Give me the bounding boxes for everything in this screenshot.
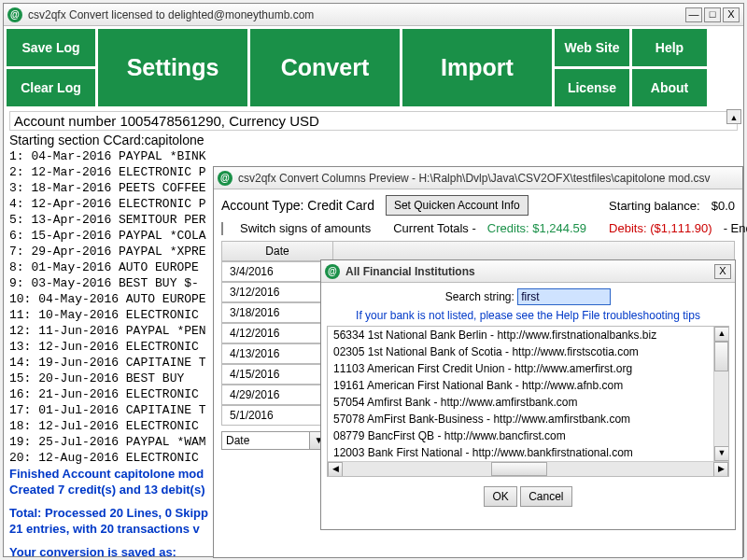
preview-title: csv2qfx Convert Columns Preview - H:\Ral… — [238, 172, 739, 185]
debits-value: Debits: ($1,111.90) — [609, 221, 712, 235]
credits-value: Credits: $1,244.59 — [487, 221, 586, 235]
scroll-down-icon[interactable]: ▼ — [714, 446, 729, 461]
main-toolbar: Save Log Clear Log Settings Convert Impo… — [4, 26, 743, 109]
maximize-button[interactable]: □ — [704, 7, 721, 22]
date-header[interactable]: Date — [221, 241, 333, 261]
save-log-button[interactable]: Save Log — [7, 29, 95, 66]
main-titlebar: @ csv2qfx Convert licensed to delighted@… — [4, 4, 743, 26]
fi-hint[interactable]: If your bank is not listed, please see t… — [327, 309, 729, 322]
search-label: Search string: — [445, 290, 514, 303]
date-cell[interactable]: 4/12/2016 — [221, 323, 333, 343]
web-site-button[interactable]: Web Site — [555, 29, 629, 66]
current-totals-label: Current Totals - — [393, 221, 476, 235]
main-title: csv2qfx Convert licensed to delighted@mo… — [28, 8, 684, 21]
date-cell[interactable]: 5/1/2016 — [221, 405, 333, 426]
about-button[interactable]: About — [632, 69, 707, 106]
close-button[interactable]: X — [723, 7, 740, 22]
account-line: Account number 1005478561290, Currency U… — [9, 111, 738, 131]
date-cell[interactable]: 4/15/2016 — [221, 364, 333, 385]
fi-item[interactable]: 57078 AmFirst Bank-Business - http://www… — [328, 411, 728, 427]
ending-label: - Ending ba — [724, 221, 747, 235]
scroll-up-icon[interactable]: ▲ — [714, 327, 729, 342]
preview-titlebar: @ csv2qfx Convert Columns Preview - H:\R… — [214, 167, 742, 189]
fi-item[interactable]: 19161 American First National Bank - htt… — [328, 377, 728, 394]
ok-button[interactable]: OK — [484, 486, 516, 507]
fi-dialog: @ All Financial Institutions X Search st… — [320, 259, 736, 530]
fi-item[interactable]: 11103 American First Credit Union - http… — [328, 360, 728, 377]
fi-item[interactable]: 12003 Bank First National - http://www.b… — [328, 444, 728, 461]
scroll-right-icon[interactable]: ▶ — [713, 462, 728, 477]
switch-signs-label: Switch signs of amounts — [240, 221, 371, 235]
fi-item[interactable]: 56334 1st National Bank Berlin - http://… — [328, 327, 728, 343]
app-icon: @ — [325, 264, 340, 279]
fi-close-button[interactable]: X — [714, 264, 731, 279]
cancel-button[interactable]: Cancel — [520, 486, 571, 507]
license-button[interactable]: License — [555, 69, 629, 106]
date-combo[interactable]: ▼ — [221, 431, 329, 450]
log-line: 1: 04-Mar-2016 PAYPAL *BINK — [9, 148, 738, 164]
scroll-thumb[interactable] — [714, 342, 728, 371]
date-cell[interactable]: 3/18/2016 — [221, 302, 333, 323]
set-quicken-button[interactable]: Set Quicken Account Info — [386, 195, 529, 216]
fi-titlebar: @ All Financial Institutions X — [321, 260, 735, 283]
date-cell[interactable]: 4/29/2016 — [221, 385, 333, 405]
account-type-label: Account Type: Credit Card — [221, 198, 374, 213]
date-combo-input[interactable] — [221, 431, 310, 450]
fi-list: 56334 1st National Bank Berlin - http://… — [327, 326, 729, 477]
clear-log-button[interactable]: Clear Log — [7, 69, 95, 106]
starting-balance-label: Starting balance: — [609, 199, 700, 213]
fi-item[interactable]: 57054 Amfirst Bank - http://www.amfirstb… — [328, 394, 728, 411]
search-input[interactable] — [517, 288, 611, 305]
date-cell[interactable]: 4/13/2016 — [221, 343, 333, 364]
fi-hscrollbar[interactable]: ◀ ▶ — [328, 461, 728, 476]
settings-button[interactable]: Settings — [98, 29, 247, 106]
date-cell[interactable]: 3/4/2016 — [221, 261, 333, 282]
section-line: Starting section CCard:capitolone — [9, 133, 738, 148]
fi-vscrollbar[interactable]: ▲ ▼ — [713, 327, 728, 461]
fi-title: All Financial Institutions — [345, 265, 712, 278]
log-scroll-up[interactable]: ▲ — [726, 109, 741, 124]
minimize-button[interactable]: — — [685, 7, 702, 22]
grid-header-blank — [333, 241, 735, 261]
starting-balance-value: $0.0 — [712, 199, 735, 213]
app-icon: @ — [218, 171, 233, 186]
fi-item[interactable]: 08779 BancFirst QB - http://www.bancfirs… — [328, 427, 728, 444]
app-icon: @ — [7, 7, 22, 22]
switch-signs-checkbox[interactable] — [221, 222, 223, 235]
date-cell[interactable]: 3/12/2016 — [221, 282, 333, 302]
convert-button[interactable]: Convert — [250, 29, 400, 106]
scroll-left-icon[interactable]: ◀ — [328, 462, 343, 477]
hscroll-thumb[interactable] — [491, 462, 547, 476]
help-button[interactable]: Help — [632, 29, 707, 66]
fi-item[interactable]: 02305 1st National Bank of Scotia - http… — [328, 343, 728, 360]
import-button[interactable]: Import — [402, 29, 552, 106]
